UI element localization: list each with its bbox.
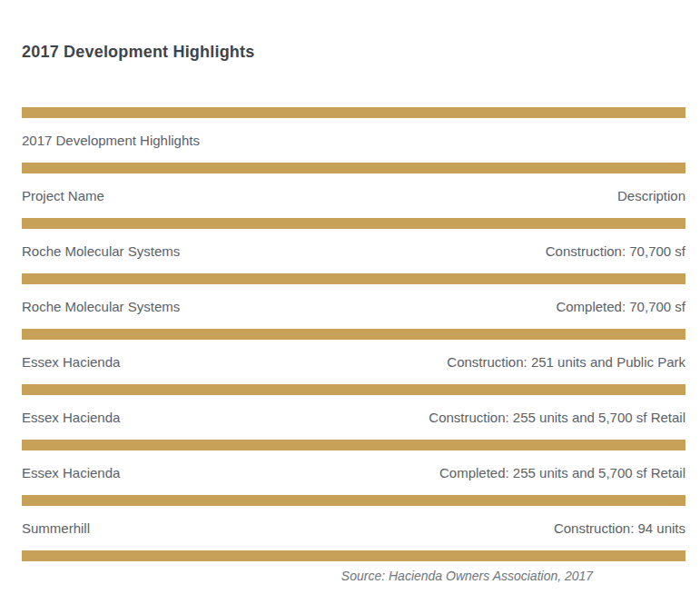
description-cell: Construction: 70,700 sf [546, 243, 685, 259]
table-subtitle-row: 2017 Development Highlights [22, 118, 685, 163]
description-cell: Construction: 251 units and Public Park [447, 354, 685, 370]
description-cell: Completed: 255 units and 5,700 sf Retail [439, 465, 685, 480]
description-cell: Construction: 255 units and 5,700 sf Ret… [429, 410, 685, 425]
project-name-cell: Essex Hacienda [22, 465, 120, 480]
table-row: Essex Hacienda Completed: 255 units and … [22, 450, 685, 495]
gold-divider-bar [22, 329, 685, 340]
source-caption: Source: Hacienda Owners Association, 201… [22, 569, 685, 583]
highlights-table: 2017 Development Highlights Project Name… [22, 107, 685, 583]
description-cell: Completed: 70,700 sf [556, 299, 685, 314]
project-name-cell: Roche Molecular Systems [22, 299, 180, 314]
gold-divider-bar [22, 384, 685, 395]
page-title: 2017 Development Highlights [22, 42, 685, 62]
column-header-project-name: Project Name [22, 188, 104, 203]
column-header-description: Description [617, 188, 685, 203]
gold-divider-bar [22, 163, 685, 173]
page: 2017 Development Highlights 2017 Develop… [0, 0, 700, 594]
gold-divider-bar [22, 495, 685, 506]
table-header-row: Project Name Description [22, 173, 685, 218]
table-row: Roche Molecular Systems Completed: 70,70… [22, 284, 685, 329]
table-row: Summerhill Construction: 94 units [22, 506, 685, 550]
gold-divider-bar [22, 273, 685, 284]
gold-divider-bar [22, 107, 685, 118]
gold-divider-bar [22, 550, 685, 561]
gold-divider-bar [22, 218, 685, 229]
gold-divider-bar [22, 440, 685, 450]
table-row: Roche Molecular Systems Construction: 70… [22, 229, 685, 273]
description-cell: Construction: 94 units [554, 520, 685, 536]
table-row: Essex Hacienda Construction: 251 units a… [22, 340, 685, 384]
project-name-cell: Roche Molecular Systems [22, 243, 180, 259]
table-row: Essex Hacienda Construction: 255 units a… [22, 395, 685, 440]
project-name-cell: Essex Hacienda [22, 410, 120, 425]
table-subtitle: 2017 Development Highlights [22, 133, 200, 148]
project-name-cell: Summerhill [22, 520, 90, 536]
project-name-cell: Essex Hacienda [22, 354, 120, 370]
